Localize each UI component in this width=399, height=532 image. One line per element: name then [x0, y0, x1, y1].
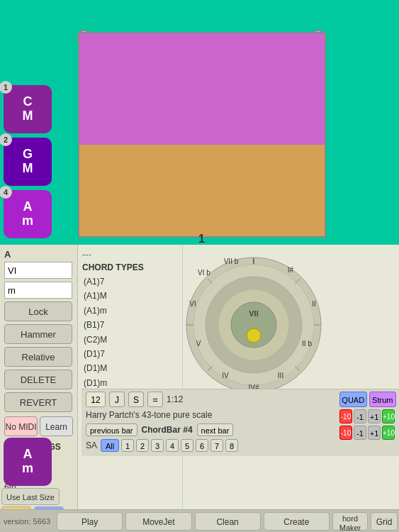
- midi-row: No MIDI Learn: [4, 416, 73, 436]
- delete-button[interactable]: DELETE: [4, 370, 72, 389]
- left-sidebar: 1 CM 2 GM 4 Am: [4, 85, 57, 238]
- sa-btn-1[interactable]: 1: [121, 439, 134, 452]
- sa-btn-2[interactable]: 2: [136, 439, 149, 452]
- j-button[interactable]: J: [109, 392, 125, 407]
- quad-strum-row: QUAD Strum: [339, 392, 396, 407]
- chord-type-c2m[interactable]: (C2)M: [82, 333, 178, 347]
- prev-bar-button[interactable]: previous bar: [86, 423, 137, 436]
- left-bottom-chord-name: Am: [22, 448, 33, 476]
- strum-button[interactable]: Strum: [369, 392, 397, 407]
- svg-text:VII b: VII b: [224, 257, 239, 265]
- minus1-btn-2[interactable]: -1: [354, 426, 366, 440]
- chord-types-header: CHORD TYPES: [82, 262, 178, 272]
- hammer-button[interactable]: Hammer: [4, 324, 72, 344]
- piano-brown-area: [79, 145, 325, 236]
- chord-type-a1m-upper[interactable]: (A1)M: [82, 289, 178, 303]
- sa-btn-7[interactable]: 7: [210, 439, 223, 452]
- chord-num-1: 1: [0, 81, 12, 94]
- midi-learn-button[interactable]: Learn: [40, 416, 73, 436]
- dash-line: ---: [82, 249, 178, 260]
- chord-type-d1m-upper[interactable]: (D1)M: [82, 361, 178, 375]
- relative-button[interactable]: Relative: [4, 347, 72, 367]
- chord-block-1[interactable]: 1 CM: [4, 85, 52, 133]
- chord-block-2[interactable]: 2 GM: [4, 138, 52, 186]
- chord-type-a17[interactable]: (A1)7: [82, 275, 178, 289]
- chord-name-1: CM: [23, 95, 33, 123]
- svg-text:I#: I#: [288, 266, 294, 274]
- movejet-button[interactable]: MoveJet: [125, 512, 191, 531]
- chord-bar-label: ChordBar #4: [142, 425, 193, 435]
- s-button[interactable]: S: [128, 392, 144, 407]
- next-bar-button[interactable]: next bar: [197, 423, 234, 436]
- num-row-1: -10 -1 +1 +10: [339, 409, 396, 423]
- minus1-btn-1[interactable]: -1: [354, 409, 366, 423]
- grid-button[interactable]: Grid: [371, 512, 398, 531]
- svg-text:VI: VI: [189, 300, 196, 308]
- sa-btn-4[interactable]: 4: [166, 439, 179, 452]
- minus10-btn-2[interactable]: -10: [339, 426, 352, 440]
- svg-text:III: III: [278, 372, 283, 379]
- lock-button[interactable]: Lock: [4, 301, 72, 321]
- clean-button[interactable]: Clean: [195, 512, 261, 531]
- chord-input-vi[interactable]: [4, 262, 72, 279]
- bar-number: 1: [198, 233, 205, 245]
- sa-btn-5[interactable]: 5: [181, 439, 193, 452]
- chord-name-2: GM: [23, 148, 33, 176]
- svg-text:V: V: [196, 340, 201, 348]
- piano-display: [78, 32, 326, 238]
- chord-maker-button[interactable]: hordMaker: [332, 512, 368, 531]
- eq-button[interactable]: =: [147, 392, 163, 407]
- svg-text:II b: II b: [302, 340, 312, 348]
- chord-num-2: 2: [0, 133, 12, 146]
- no-midi-button[interactable]: No MIDI: [4, 416, 38, 436]
- chord-num-4: 4: [0, 186, 12, 199]
- version-label: version: 5663: [0, 517, 55, 526]
- sa-btn-3[interactable]: 3: [151, 439, 164, 452]
- top-area: 1 1 1: [0, 0, 399, 245]
- use-last-size-button[interactable]: Use Last Size: [1, 488, 60, 505]
- plus1-btn-2[interactable]: +1: [368, 426, 381, 440]
- num-row-2: -10 -1 +1 +10: [339, 426, 396, 440]
- plus10-btn-2[interactable]: +10: [382, 426, 395, 440]
- chord-block-4[interactable]: 4 Am: [4, 190, 52, 238]
- chord-type-d17[interactable]: (D1)7: [82, 347, 178, 361]
- quad-button[interactable]: QUAD: [339, 392, 367, 407]
- chord-type-b17[interactable]: (B1)7: [82, 318, 178, 332]
- chord-type-a1m-lower[interactable]: (A1)m: [82, 304, 178, 318]
- bottom-nav-bar: version: 5663 Play MoveJet Clean Create …: [0, 509, 399, 532]
- svg-text:VII: VII: [249, 309, 258, 318]
- svg-text:II: II: [312, 300, 316, 308]
- svg-text:IV: IV: [222, 372, 229, 379]
- svg-point-5: [247, 328, 261, 343]
- sa-all-button[interactable]: All: [101, 439, 119, 452]
- minus10-btn-1[interactable]: -10: [339, 409, 352, 423]
- plus1-btn-1[interactable]: +1: [368, 409, 381, 423]
- sa-btn-6[interactable]: 6: [196, 439, 208, 452]
- svg-text:VI b: VI b: [198, 269, 210, 277]
- chord-name-4: Am: [22, 200, 33, 228]
- chord-label-a: A: [4, 249, 73, 260]
- chord-input-m[interactable]: [4, 282, 72, 299]
- create-button[interactable]: Create: [264, 512, 330, 531]
- play-button[interactable]: Play: [57, 512, 123, 531]
- sa-btn-8[interactable]: 8: [225, 439, 238, 452]
- sa-label: SA: [86, 440, 97, 450]
- scale-number[interactable]: 12: [86, 392, 106, 407]
- circle-of-fifths[interactable]: I I# II II b III IV# IV V VI VI b VII b …: [183, 254, 325, 396]
- piano-purple-area: [79, 33, 325, 145]
- right-button-panel: QUAD Strum -10 -1 +1 +10 -10 -1 +1 +10: [337, 389, 399, 456]
- svg-text:I: I: [253, 257, 255, 265]
- left-bottom-chord-display[interactable]: Am: [4, 438, 52, 486]
- revert-button[interactable]: REVERT: [4, 392, 72, 412]
- scale-time: 1:12: [167, 394, 183, 404]
- plus10-btn-1[interactable]: +10: [382, 409, 395, 423]
